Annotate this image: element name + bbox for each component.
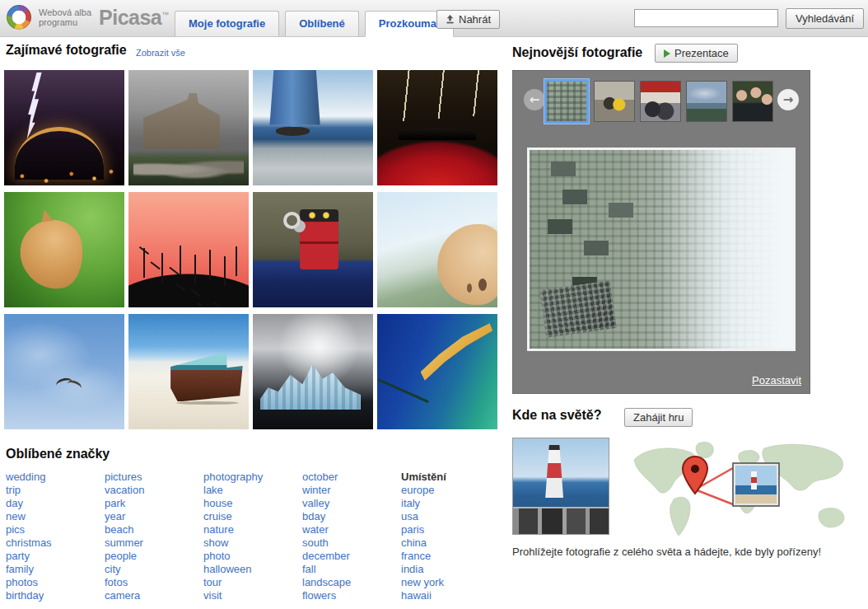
tag-link-beach[interactable]: beach: [105, 523, 203, 536]
tag-link-photos[interactable]: photos: [6, 576, 105, 589]
tag-link-water[interactable]: water: [302, 523, 401, 536]
carousel-thumb-three-men[interactable]: [732, 81, 773, 122]
logo-caption-line2: programu: [39, 17, 91, 27]
tag-link-lake[interactable]: lake: [203, 484, 302, 497]
tag-link-trip[interactable]: trip: [6, 484, 105, 497]
tag-link-house[interactable]: house: [203, 497, 302, 510]
tag-link-halloween[interactable]: halloween: [203, 563, 302, 576]
tag-link-bday[interactable]: bday: [302, 510, 401, 523]
tag-link-paris[interactable]: paris: [401, 523, 500, 536]
slideshow-button[interactable]: Prezentace: [655, 44, 738, 63]
tag-column-3: photographylakehousecruisenatureshowphot…: [203, 471, 302, 602]
photo-puppy[interactable]: [4, 192, 124, 307]
carousel-next-button[interactable]: →: [777, 89, 799, 110]
search-button-label: Vyhledávání: [796, 12, 854, 25]
tag-link-cruise[interactable]: cruise: [203, 510, 302, 523]
carousel-thumb-coastal-view[interactable]: [686, 81, 727, 122]
tag-column-locations: Umístěníeuropeitalyusaparischinafrancein…: [401, 471, 500, 602]
tag-column-header: Umístění: [401, 471, 500, 484]
tag-link-europe[interactable]: europe: [401, 484, 500, 497]
photo-stone-church[interactable]: [128, 70, 249, 185]
upload-button[interactable]: Nahrát: [436, 10, 500, 29]
tag-link-france[interactable]: france: [401, 550, 500, 563]
tag-link-photography[interactable]: photography: [203, 471, 302, 484]
tag-link-landscape[interactable]: landscape: [302, 576, 401, 589]
tag-link-city[interactable]: city: [105, 563, 203, 576]
picasa-logo[interactable]: Webová alba programu Picasa™: [7, 5, 169, 30]
tag-link-usa[interactable]: usa: [401, 510, 500, 523]
photo-lightning-bridge[interactable]: [4, 70, 124, 185]
tag-link-year[interactable]: year: [105, 510, 203, 523]
tag-link-new-york[interactable]: new york: [401, 576, 500, 589]
carousel-thumb-indoor-event[interactable]: [640, 81, 681, 122]
tag-link-south[interactable]: south: [302, 536, 401, 550]
main-tabs: Moje fotografie Oblíbené Prozkoumat: [175, 11, 454, 37]
tag-link-tour[interactable]: tour: [203, 576, 302, 589]
tag-link-italy[interactable]: italy: [401, 497, 500, 510]
photo-pig-nose[interactable]: [377, 192, 497, 307]
tab-my-photos[interactable]: Moje fotografie: [175, 11, 279, 37]
map-south-america: [670, 497, 690, 536]
carousel-prev-button[interactable]: ←: [524, 89, 545, 110]
tag-link-day[interactable]: day: [6, 497, 105, 510]
photo-red-car[interactable]: [377, 70, 497, 185]
tag-link-october[interactable]: october: [302, 471, 401, 484]
photo-jeans-coast[interactable]: [253, 70, 373, 185]
tag-link-summer[interactable]: summer: [105, 536, 203, 550]
slideshow-button-label: Prezentace: [674, 47, 729, 59]
carousel-thumb-aerial-city[interactable]: [544, 79, 589, 124]
where-in-world-title: Kde na světě?: [512, 408, 601, 423]
pause-link[interactable]: Pozastavit: [752, 374, 801, 386]
photo-wind-turbines[interactable]: [128, 192, 249, 307]
tag-link-visit[interactable]: visit: [203, 589, 302, 602]
tag-link-pics[interactable]: pics: [6, 523, 105, 536]
tag-link-december[interactable]: december: [302, 550, 401, 563]
tag-link-india[interactable]: india: [401, 563, 500, 576]
tag-link-party[interactable]: party: [6, 550, 105, 563]
picasa-wordmark: Picasa™: [99, 6, 169, 30]
tab-favorites[interactable]: Oblíbené: [285, 11, 359, 37]
tag-link-camera[interactable]: camera: [105, 589, 203, 602]
tag-link-park[interactable]: park: [105, 497, 203, 510]
tag-link-fall[interactable]: fall: [302, 563, 401, 576]
game-caption: Prohlížejte fotografie z celého světa a …: [512, 546, 821, 558]
tag-link-flowers[interactable]: flowers: [302, 589, 401, 602]
show-all-link[interactable]: Zobrazit vše: [136, 48, 185, 58]
logo-caption-line1: Webová alba: [39, 7, 91, 17]
tag-link-pictures[interactable]: pictures: [105, 471, 203, 484]
tag-link-wedding[interactable]: wedding: [6, 471, 105, 484]
tag-link-vacation[interactable]: vacation: [105, 484, 203, 497]
photo-seahorse[interactable]: [377, 314, 497, 429]
tag-link-family[interactable]: family: [6, 563, 105, 576]
search-button[interactable]: Vyhledávání: [786, 8, 864, 29]
tag-link-people[interactable]: people: [105, 550, 203, 563]
photo-beach-boat[interactable]: [128, 314, 249, 429]
photo-iceberg[interactable]: [253, 314, 373, 429]
picasa-explore-page: Webová alba programu Picasa™ Moje fotogr…: [0, 0, 868, 609]
tag-link-winter[interactable]: winter: [302, 484, 401, 497]
tag-link-christmas[interactable]: christmas: [6, 536, 105, 550]
photo-toy-robot[interactable]: [253, 192, 373, 307]
interesting-photos-grid: [4, 70, 497, 429]
map-pin-icon: [683, 457, 707, 494]
game-promo-photo-lighthouse[interactable]: [512, 438, 609, 535]
interesting-photos-title: Zajímavé fotografie: [6, 43, 127, 58]
slideshow-preview-photo[interactable]: [527, 148, 796, 351]
tag-link-new[interactable]: new: [6, 510, 105, 523]
tag-link-valley[interactable]: valley: [302, 497, 401, 510]
tag-link-show[interactable]: show: [203, 536, 302, 550]
tag-column-1: weddingtripdaynewpicschristmaspartyfamil…: [6, 471, 105, 602]
latest-photos-title: Nejnovější fotografie: [512, 45, 642, 60]
map-australia: [819, 508, 844, 527]
tag-link-hawaii[interactable]: hawaii: [401, 589, 500, 602]
tag-link-birthday[interactable]: birthday: [6, 589, 105, 602]
tag-link-fotos[interactable]: fotos: [105, 576, 203, 589]
photo-seagull[interactable]: [4, 314, 124, 429]
tag-link-nature[interactable]: nature: [203, 523, 302, 536]
tag-link-china[interactable]: china: [401, 536, 500, 550]
tag-link-photo[interactable]: photo: [203, 550, 302, 563]
start-game-button[interactable]: Zahájit hru: [624, 408, 693, 427]
map-photo-inset: [733, 463, 779, 506]
search-input[interactable]: [634, 9, 778, 27]
carousel-thumb-beach-people[interactable]: [594, 81, 635, 122]
